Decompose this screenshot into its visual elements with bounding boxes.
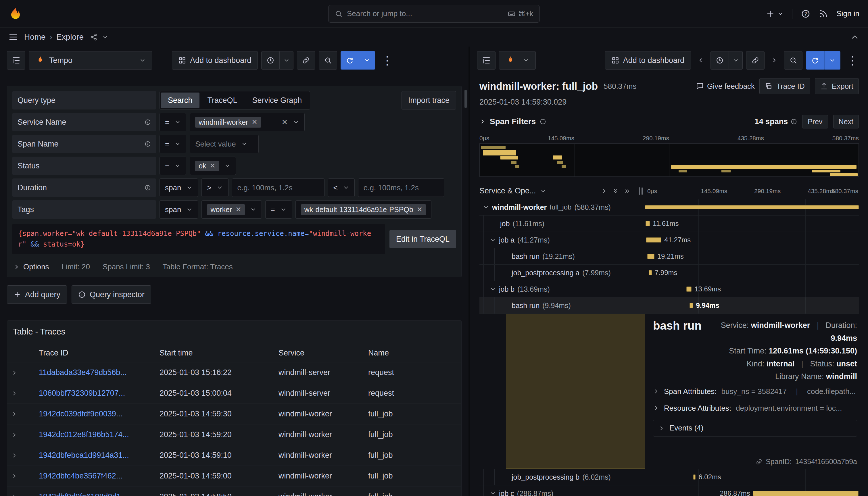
span-row[interactable]: bash run (19.21ms) 19.21ms bbox=[479, 248, 859, 265]
remove-chip-icon[interactable]: ✕ bbox=[251, 118, 257, 126]
table-row[interactable]: 1942dbfc4be3567f462... 2025-01-03 14:59:… bbox=[7, 466, 461, 486]
chevron-down-icon[interactable] bbox=[490, 286, 496, 292]
share-button[interactable] bbox=[90, 33, 97, 41]
help-button[interactable]: ? bbox=[801, 9, 810, 18]
global-search[interactable]: ⌘+k bbox=[328, 5, 540, 23]
run-query-caret[interactable] bbox=[359, 51, 375, 69]
tags-key-select[interactable]: worker✕ bbox=[201, 200, 262, 219]
tab-service-graph[interactable]: Service Graph bbox=[246, 93, 309, 108]
chevron-down-icon[interactable] bbox=[490, 490, 496, 496]
table-row[interactable]: 1942dc012e8f196b5174... 2025-01-03 14:59… bbox=[7, 424, 461, 445]
query-outline-button[interactable] bbox=[477, 51, 496, 69]
span-name-cell[interactable]: job (11.61ms) bbox=[479, 216, 645, 232]
clear-icon[interactable]: ✕ bbox=[281, 118, 288, 127]
span-bar[interactable] bbox=[686, 286, 692, 292]
query-inspector-button[interactable]: Query inspector bbox=[72, 285, 151, 304]
duration-scope-select[interactable]: span bbox=[159, 179, 198, 197]
duration-gt-select[interactable]: > bbox=[201, 179, 228, 197]
span-row[interactable]: job_postprocessing b (6.02ms) 6.02ms bbox=[479, 469, 859, 485]
span-name-cell[interactable]: job a (41.27ms) bbox=[479, 232, 645, 248]
service-name-value-select[interactable]: windmill-worker✕ ✕ bbox=[190, 113, 305, 131]
trace-id-link[interactable]: 1942dbfc4be3567f462... bbox=[39, 471, 122, 480]
zoom-out-button[interactable] bbox=[784, 51, 803, 69]
time-picker-caret[interactable] bbox=[280, 51, 293, 69]
trace-id-link[interactable]: 1942dc012e8f196b5174... bbox=[39, 430, 129, 439]
edit-in-traceql-button[interactable]: Edit in TraceQL bbox=[389, 230, 456, 248]
span-bar[interactable] bbox=[645, 205, 859, 209]
span-name-cell[interactable]: job b (13.69ms) bbox=[479, 281, 645, 297]
span-name-cell[interactable]: job_postprocessing b (6.02ms) bbox=[479, 469, 645, 485]
row-expand-cell[interactable] bbox=[7, 424, 35, 445]
datasource-picker[interactable]: Tempo bbox=[29, 51, 152, 69]
grafana-logo[interactable] bbox=[9, 7, 22, 21]
duration-min-input[interactable] bbox=[232, 179, 325, 197]
duration-max-input[interactable] bbox=[358, 179, 444, 197]
span-name-op-select[interactable]: = bbox=[159, 135, 186, 153]
span-name-cell[interactable]: job_postprocessing a (7.99ms) bbox=[479, 265, 645, 281]
chevron-down-icon[interactable] bbox=[540, 188, 546, 194]
span-timeline-cell[interactable]: 9.94ms bbox=[645, 297, 859, 313]
import-trace-button[interactable]: Import trace bbox=[402, 91, 456, 109]
add-query-button[interactable]: Add query bbox=[7, 285, 67, 304]
give-feedback-button[interactable]: Give feedback bbox=[696, 82, 755, 91]
tags-op-select[interactable]: = bbox=[265, 200, 292, 219]
collapse-one-icon[interactable] bbox=[601, 188, 607, 194]
breadcrumb-explore[interactable]: Explore bbox=[56, 32, 84, 42]
service-name-op-select[interactable]: = bbox=[159, 113, 186, 131]
col-header-name[interactable]: Name bbox=[364, 344, 461, 362]
collapse-panel-button[interactable] bbox=[850, 32, 859, 42]
trace-id-link[interactable]: 1942dbf9d9fa6108d0d1... bbox=[39, 492, 127, 496]
duration-lt-select[interactable]: < bbox=[328, 179, 355, 197]
trace-id-link[interactable]: 1942dbfebca1d9914a31... bbox=[39, 451, 129, 460]
span-bar[interactable] bbox=[689, 303, 693, 308]
col-header-service[interactable]: Service bbox=[275, 344, 364, 362]
span-timeline-cell[interactable] bbox=[645, 199, 859, 215]
span-row[interactable]: job b (13.69ms) 13.69ms bbox=[479, 281, 859, 297]
time-shift-forward-button[interactable] bbox=[768, 51, 781, 69]
time-picker-caret[interactable] bbox=[729, 51, 743, 69]
trace-id-link[interactable]: 1942dc039dfdf9e0039... bbox=[39, 409, 122, 418]
span-timeline-cell[interactable]: 286.87ms bbox=[645, 485, 859, 496]
link-button[interactable] bbox=[746, 51, 764, 69]
run-query-button[interactable] bbox=[341, 51, 359, 69]
status-op-select[interactable]: = bbox=[159, 157, 186, 175]
span-row[interactable]: job_postprocessing a (7.99ms) 7.99ms bbox=[479, 265, 859, 281]
table-row[interactable]: 1942dbf9d9fa6108d0d1... 2025-01-03 14:58… bbox=[7, 486, 461, 496]
span-name-cell[interactable]: bash run (19.21ms) bbox=[479, 248, 645, 264]
span-filters-toggle[interactable]: Span Filters bbox=[479, 117, 546, 126]
add-to-dashboard-button[interactable]: Add to dashboard bbox=[172, 51, 258, 69]
collapse-all-icon[interactable] bbox=[624, 188, 630, 194]
menu-toggle[interactable] bbox=[9, 32, 18, 42]
chevron-down-icon[interactable] bbox=[483, 204, 489, 210]
span-name-cell[interactable]: windmill-worker full_job (580.37ms) bbox=[479, 199, 645, 215]
row-expand-cell[interactable] bbox=[7, 445, 35, 466]
span-bar[interactable] bbox=[753, 491, 859, 496]
time-picker-button[interactable] bbox=[261, 51, 280, 69]
tab-search[interactable]: Search bbox=[161, 93, 200, 108]
span-name-value-select[interactable]: Select value bbox=[190, 135, 259, 153]
span-bar[interactable] bbox=[647, 254, 654, 259]
table-row[interactable]: 1060bbf732309b12707... 2025-01-03 15:00:… bbox=[7, 383, 461, 404]
col-header-trace-id[interactable]: Trace ID bbox=[35, 344, 155, 362]
chevron-down-icon[interactable] bbox=[490, 237, 496, 243]
events-accordion[interactable]: Events (4) bbox=[653, 420, 857, 436]
export-button[interactable]: Export bbox=[815, 78, 859, 94]
span-bar[interactable] bbox=[646, 237, 661, 243]
link-icon[interactable] bbox=[756, 459, 762, 465]
left-pane-menu-button[interactable]: ⋮ bbox=[378, 54, 396, 67]
run-query-button[interactable] bbox=[806, 51, 824, 69]
row-expand-cell[interactable] bbox=[7, 362, 35, 383]
breadcrumb-home[interactable]: Home bbox=[24, 32, 46, 42]
span-bar[interactable] bbox=[649, 270, 652, 275]
remove-chip-icon[interactable]: ✕ bbox=[235, 205, 241, 214]
span-name-cell[interactable]: job c (286.87ms) bbox=[479, 485, 645, 496]
table-row[interactable]: 11dabada33e479db56b... 2025-01-03 15:16:… bbox=[7, 362, 461, 383]
span-timeline-cell[interactable]: 7.99ms bbox=[645, 265, 859, 281]
tags-value-select[interactable]: wk-default-133114d6a91e-PSPQb✕ bbox=[295, 200, 431, 219]
news-button[interactable] bbox=[819, 9, 828, 18]
trace-id-button[interactable]: Trace ID bbox=[759, 78, 810, 94]
tab-traceql[interactable]: TraceQL bbox=[201, 93, 244, 108]
span-attributes-accordion[interactable]: Span Attributes: busy_ns = 3582417 | cod… bbox=[653, 383, 857, 400]
span-timeline-cell[interactable]: 6.02ms bbox=[645, 469, 859, 485]
span-timeline-cell[interactable]: 13.69ms bbox=[645, 281, 859, 297]
